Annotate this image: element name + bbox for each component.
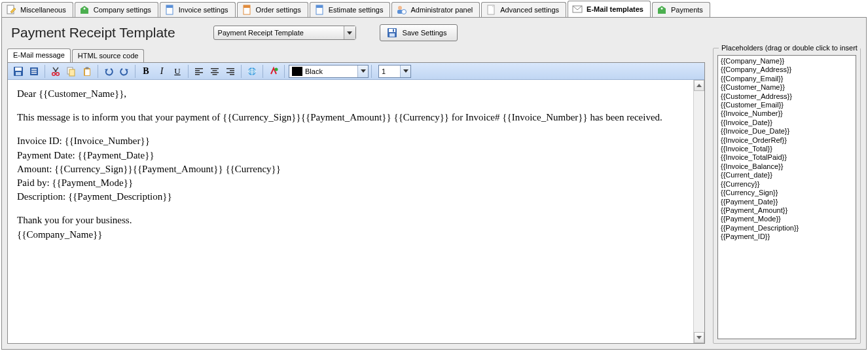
svg-rect-33 <box>195 70 200 71</box>
svg-rect-24 <box>31 73 37 74</box>
placeholder-item[interactable]: {{Payment_Date}} <box>721 198 853 206</box>
doc-blue-icon <box>314 5 325 15</box>
svg-rect-37 <box>213 70 217 71</box>
placeholder-item[interactable]: {{Company_Email}} <box>721 75 853 83</box>
placeholder-item[interactable]: {{Invoice_Balance}} <box>721 162 853 171</box>
placeholder-item[interactable]: {{Currency_Sign}} <box>721 189 853 197</box>
dropdown-icon <box>344 26 355 39</box>
template-select[interactable]: Payment Receipt Template <box>213 26 356 40</box>
tab-label: E-Mail templates <box>587 5 643 13</box>
tab-invoice-settings[interactable]: Invoice settings <box>160 2 236 17</box>
tab-estimate-settings[interactable]: Estimate settings <box>310 2 391 17</box>
save-settings-button[interactable]: Save Settings <box>380 24 458 41</box>
tab-content: Payment Receipt Template Payment Receipt… <box>1 17 867 350</box>
tab-company-settings[interactable]: Company settings <box>75 2 158 17</box>
tab-miscellaneous[interactable]: Miscellaneous <box>1 2 73 17</box>
tb-undo-button[interactable] <box>101 64 117 79</box>
dropdown-icon <box>357 65 368 77</box>
subtab-html-source-code[interactable]: HTML source code <box>72 49 145 62</box>
placeholder-item[interactable]: {{Payment_Description}} <box>721 224 853 232</box>
email-line: Description: {{Payment_Description}} <box>17 191 690 203</box>
svg-point-26 <box>56 72 60 75</box>
tb-bold-button[interactable]: B <box>138 64 154 79</box>
tab-advanced-settings[interactable]: Advanced settings <box>481 2 566 17</box>
tb-color-select[interactable] <box>289 65 369 78</box>
svg-rect-38 <box>211 72 219 73</box>
save-icon <box>387 28 397 38</box>
doc-blue-icon <box>164 5 175 15</box>
scroll-down-button[interactable] <box>694 332 704 343</box>
tab-label: Order settings <box>256 6 301 14</box>
tb-redo-button[interactable] <box>117 64 132 79</box>
tb-italic-button[interactable]: I <box>154 64 170 79</box>
email-line: Dear {{Customer_Name}}, <box>17 88 690 100</box>
scroll-up-button[interactable] <box>694 80 704 91</box>
vertical-scrollbar[interactable] <box>693 80 704 343</box>
placeholder-item[interactable]: {{Company_Name}} <box>721 57 853 65</box>
tag-green-icon <box>657 5 667 15</box>
tb-copy-button[interactable] <box>63 64 79 79</box>
tab-label: Administrator panel <box>410 6 473 14</box>
svg-rect-17 <box>393 29 394 32</box>
svg-rect-43 <box>230 74 234 75</box>
email-line: Amount: {{Currency_Sign}}{{Payment_Amoun… <box>17 163 690 176</box>
placeholder-item[interactable]: {{Currency}} <box>721 180 853 189</box>
tb-paste-button[interactable] <box>79 64 95 79</box>
email-line: Paid by: {{Payment_Mode}} <box>17 177 690 189</box>
color-name-input[interactable] <box>305 65 357 77</box>
placeholder-item[interactable]: {{Customer_Email}} <box>721 101 853 109</box>
placeholder-item[interactable]: {{Payment_Mode}} <box>721 215 853 223</box>
tab-order-settings[interactable]: Order settings <box>237 2 308 17</box>
svg-point-10 <box>402 10 407 14</box>
tb-fontsize-select[interactable] <box>378 65 411 78</box>
placeholders-list[interactable]: {{Company_Name}}{{Company_Address}}{{Com… <box>717 55 856 339</box>
color-swatch <box>292 67 302 76</box>
placeholder-item[interactable]: {{Customer_Name}} <box>721 83 853 92</box>
svg-rect-35 <box>195 74 200 75</box>
svg-rect-41 <box>230 70 234 71</box>
placeholder-item[interactable]: {{Current_date}} <box>721 171 853 179</box>
svg-rect-36 <box>211 68 219 69</box>
placeholder-item[interactable]: {{Payment_Amount}} <box>721 206 853 215</box>
placeholder-item[interactable]: {{Company_Address}} <box>721 65 853 74</box>
email-line: Invoice ID: {{Invoice_Number}} <box>17 135 690 147</box>
tb-save-button[interactable] <box>10 64 26 79</box>
editor-subtabs: E-Mail messageHTML source code <box>7 48 705 62</box>
tb-align-center-button[interactable] <box>207 64 223 79</box>
placeholder-item[interactable]: {{Invoice_Number}} <box>721 109 853 118</box>
svg-rect-5 <box>244 5 250 8</box>
save-button-label: Save Settings <box>403 29 447 37</box>
svg-rect-22 <box>31 69 37 70</box>
svg-point-13 <box>660 8 662 10</box>
svg-rect-40 <box>226 68 234 69</box>
placeholder-item[interactable]: {{Invoice_Date}} <box>721 119 853 127</box>
admin-icon <box>396 5 407 15</box>
tab-administrator-panel[interactable]: Administrator panel <box>391 2 480 17</box>
doc-orange-icon <box>242 5 252 15</box>
placeholder-item[interactable]: {{Invoice_OrderRef}} <box>721 136 853 145</box>
tb-select-all-button[interactable] <box>26 64 42 79</box>
placeholder-item[interactable]: {{Invoice_Due_Date}} <box>721 127 853 136</box>
fontsize-input[interactable] <box>379 65 400 77</box>
svg-rect-23 <box>31 71 37 72</box>
placeholder-item[interactable]: {{Payment_ID}} <box>721 232 853 241</box>
tb-align-right-button[interactable] <box>223 64 238 79</box>
subtab-e-mail-message[interactable]: E-Mail message <box>7 48 71 62</box>
placeholder-item[interactable]: {{Invoice_TotalPaid}} <box>721 153 853 162</box>
tb-hyperlink-button[interactable] <box>244 64 260 79</box>
svg-rect-34 <box>195 72 203 73</box>
editor-body[interactable]: Dear {{Customer_Name}},This message is t… <box>8 80 704 343</box>
tab-label: Payments <box>671 6 703 14</box>
svg-rect-7 <box>316 5 323 8</box>
tab-label: Advanced settings <box>500 6 559 14</box>
tb-align-left-button[interactable] <box>191 64 207 79</box>
placeholder-item[interactable]: {{Invoice_Total}} <box>721 145 853 153</box>
placeholder-item[interactable]: {{Customer_Address}} <box>721 92 853 101</box>
tab-payments[interactable]: Payments <box>652 2 710 17</box>
tb-font-color-button[interactable] <box>266 64 281 79</box>
tb-cut-button[interactable] <box>48 64 63 79</box>
svg-rect-30 <box>85 69 90 75</box>
email-line: Payment Date: {{Payment_Date}} <box>17 149 690 162</box>
tab-e-mail-templates[interactable]: E-Mail templates <box>568 1 651 17</box>
tb-underline-button[interactable]: U <box>170 64 185 79</box>
